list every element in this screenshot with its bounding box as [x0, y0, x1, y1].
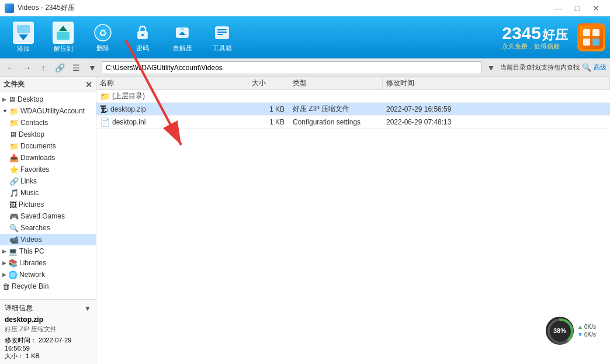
speed-widget: 38% ▲ 0K/s ▼ 0K/s — [546, 314, 598, 346]
sidebar-item-label: Searches — [20, 224, 50, 232]
svg-point-3 — [141, 34, 144, 36]
view-button[interactable]: ☰ — [69, 61, 83, 75]
speed-percent: 38% — [553, 327, 566, 334]
file-name: desktop.ini — [112, 118, 145, 126]
sidebar-item-thispc[interactable]: ▶ 💻 This PC — [0, 245, 96, 257]
sidebar-item-label: Pictures — [19, 200, 44, 209]
toolbar: 添加 解压到 ♻ 删除 密码 — [0, 16, 610, 58]
svg-rect-6 — [181, 28, 184, 30]
tools-button[interactable]: 工具箱 — [203, 19, 241, 56]
sidebar-item-links[interactable]: 🔗 Links — [0, 175, 96, 187]
sidebar-item-desktop[interactable]: 🖥 Desktop — [0, 129, 96, 140]
info-filename: desktop.zip — [5, 316, 91, 324]
sidebar-item-downloads[interactable]: 📥 Downloads — [0, 152, 96, 164]
svg-text:♻: ♻ — [99, 28, 107, 38]
titlebar: Videos - 2345好压 — □ ✕ — [0, 0, 610, 16]
add-icon — [13, 22, 34, 43]
svg-rect-14 — [583, 39, 590, 46]
add-button[interactable]: 添加 — [5, 19, 42, 56]
titlebar-left: Videos - 2345好压 — [5, 3, 75, 13]
chevron-icon: ▶ — [2, 260, 6, 266]
brand-name: 好压 — [542, 29, 568, 41]
file-row-up[interactable]: 📁 (上层目录) — [96, 90, 610, 103]
chevron-icon: ▼ — [2, 108, 8, 114]
sidebar-item-label: Network — [19, 271, 45, 279]
sidebar-item-documents[interactable]: 📁 Documents — [0, 140, 96, 152]
info-panel-header: 详细信息 ▼ — [5, 303, 91, 313]
brand-logo — [577, 23, 605, 51]
minimize-button[interactable]: — — [549, 0, 568, 16]
titlebar-title: Videos - 2345好压 — [18, 3, 75, 13]
maximize-button[interactable]: □ — [568, 0, 587, 16]
sidebar-item-network[interactable]: ▶ 🌐 Network — [0, 269, 96, 280]
sidebar-item-label: Documents — [20, 142, 56, 150]
sidebar-tree: ▶ 🖥 Desktop ▼ 📁 WDAGUtilityAccount 📁 Con… — [0, 92, 96, 299]
col-header-size[interactable]: 大小 — [248, 77, 289, 89]
sidebar-item-favorites[interactable]: ⭐ Favorites — [0, 164, 96, 175]
share-button[interactable]: 🔗 — [53, 61, 67, 75]
chevron-icon: ▶ — [2, 272, 6, 278]
sidebar-item-wdag[interactable]: ▼ 📁 WDAGUtilityAccount — [0, 105, 96, 117]
sidebar-item-pictures[interactable]: 🖼 Pictures — [0, 199, 96, 210]
advanced-link[interactable]: 高级 — [594, 63, 606, 72]
sidebar-item-music[interactable]: 🎵 Music — [0, 187, 96, 199]
selfextract-button[interactable]: 自解压 — [164, 19, 201, 56]
sidebar-item-libraries[interactable]: ▶ 📚 Libraries — [0, 257, 96, 269]
sidebar-item-label: Libraries — [19, 259, 46, 267]
sidebar-item-label: Desktop — [18, 95, 43, 103]
file-type: 好压 ZIP 压缩文件 — [289, 104, 383, 114]
brand-slogan2: 值得信赖 — [534, 42, 560, 51]
forward-button[interactable]: → — [20, 61, 34, 75]
info-size-label: 大小： — [5, 352, 24, 359]
brand-area: 2345 好压 永久免费， 值得信赖 — [502, 23, 605, 51]
sidebar-item-videos[interactable]: 📹 Videos — [0, 234, 96, 245]
chevron-icon: ▶ — [2, 96, 6, 102]
address-input[interactable] — [102, 61, 481, 74]
speed-values: ▲ 0K/s ▼ 0K/s — [577, 324, 596, 338]
upload-speed: ▲ 0K/s — [577, 324, 596, 330]
svg-rect-15 — [592, 39, 599, 46]
col-header-name[interactable]: 名称 — [96, 77, 248, 89]
sidebar-item-recyclebin[interactable]: 🗑 Recycle Bin — [0, 280, 96, 292]
delete-button[interactable]: ♻ 删除 — [84, 19, 122, 56]
sidebar-item-label: Music — [20, 189, 39, 197]
file-row-desktop-zip[interactable]: 🗜 desktop.zip 1 KB 好压 ZIP 压缩文件 2022-07-2… — [96, 103, 610, 116]
sidebar: 文件夹 ✕ ▶ 🖥 Desktop ▼ 📁 WDAGUtilityAccount… — [0, 77, 96, 364]
brand-number: 2345 — [502, 25, 541, 42]
decompress-icon — [53, 22, 74, 43]
sidebar-item-label: Saved Games — [20, 212, 65, 220]
back-button[interactable]: ← — [4, 61, 18, 75]
sidebar-item-desktop-top[interactable]: ▶ 🖥 Desktop — [0, 93, 96, 105]
file-row-desktop-ini[interactable]: 📄 desktop.ini 1 KB Configuration setting… — [96, 116, 610, 129]
filelist-body: 📁 (上层目录) 🗜 desktop.zip 1 KB 好压 ZIP 压缩文件 … — [96, 90, 610, 364]
address-dropdown[interactable]: ▼ — [484, 61, 498, 75]
sidebar-item-contacts[interactable]: 📁 Contacts — [0, 117, 96, 129]
svg-rect-10 — [217, 34, 223, 35]
upload-value: 0K/s — [584, 324, 596, 330]
up-button[interactable]: ↑ — [36, 61, 50, 75]
sidebar-item-searches[interactable]: 🔍 Searches — [0, 222, 96, 234]
file-name: (上层目录) — [112, 91, 145, 101]
col-header-modified[interactable]: 修改时间 — [383, 77, 610, 89]
sidebar-item-label: Contacts — [20, 119, 48, 127]
sidebar-close-icon[interactable]: ✕ — [85, 80, 92, 89]
download-value: 0K/s — [584, 331, 596, 338]
nav-dropdown[interactable]: ▼ — [85, 61, 99, 75]
svg-rect-12 — [583, 29, 590, 36]
close-button[interactable]: ✕ — [587, 0, 605, 16]
sidebar-item-label: This PC — [19, 247, 44, 255]
info-modified: 修改时间： 2022-07-29 16:56:59 — [5, 336, 91, 352]
info-panel-collapse[interactable]: ▼ — [84, 304, 91, 313]
col-header-type[interactable]: 类型 — [289, 77, 383, 89]
sidebar-item-label: Links — [20, 177, 37, 185]
file-list: 名称 大小 类型 修改时间 📁 (上层目录) 🗜 desktop.zip — [96, 77, 610, 364]
sidebar-item-savedgames[interactable]: 🎮 Saved Games — [0, 210, 96, 222]
sidebar-item-label: WDAGUtilityAccount — [20, 107, 85, 115]
info-panel: 详细信息 ▼ desktop.zip 好压 ZIP 压缩文件 修改时间： 202… — [0, 299, 96, 364]
sidebar-item-label: Downloads — [20, 154, 55, 162]
password-button[interactable]: 密码 — [124, 19, 161, 56]
file-modified: 2022-07-29 16:56:59 — [383, 105, 610, 113]
decompress-button[interactable]: 解压到 — [44, 19, 82, 56]
file-icon: 📄 — [100, 117, 110, 127]
file-size: 1 KB — [248, 105, 289, 113]
